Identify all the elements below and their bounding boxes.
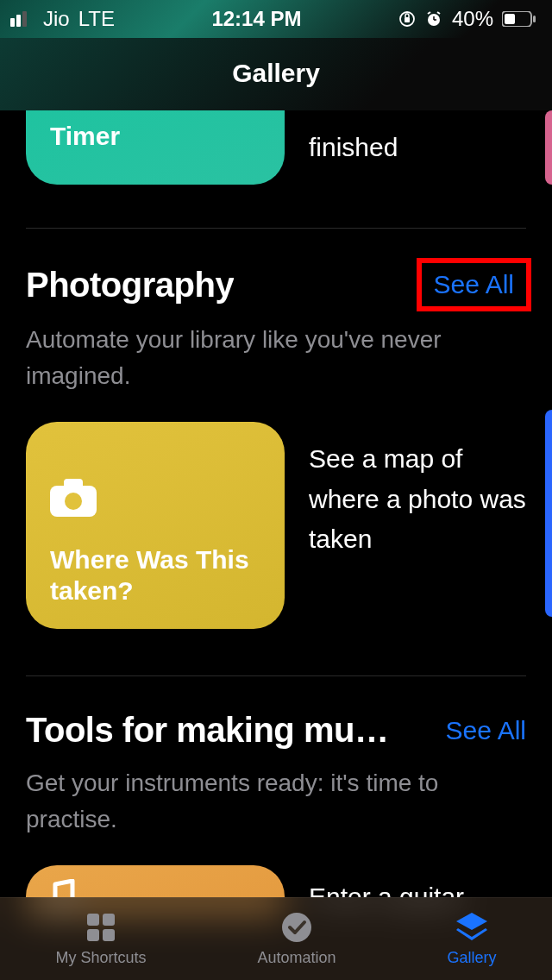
peek-card-pink[interactable] (545, 110, 552, 185)
tab-label: My Shortcuts (55, 949, 146, 967)
shortcut-card-where-was-this-taken[interactable]: Where Was This taken? (26, 422, 285, 629)
section-music-tools: Tools for making mu… See All Get your in… (26, 676, 526, 918)
alarm-icon (424, 9, 443, 28)
svg-rect-1 (16, 15, 21, 27)
orientation-lock-icon (398, 10, 416, 28)
card-title: Where Was This taken? (50, 544, 260, 606)
page-title: Gallery (0, 38, 552, 110)
peek-card-blue[interactable] (545, 410, 552, 617)
svg-rect-23 (87, 929, 99, 941)
see-all-photography[interactable]: See All (422, 263, 526, 306)
camera-icon (50, 479, 260, 520)
clock-check-icon (279, 911, 314, 944)
tab-automation[interactable]: Automation (257, 911, 336, 967)
svg-point-16 (65, 493, 82, 510)
signal-icon (10, 11, 34, 27)
svg-rect-13 (533, 16, 536, 22)
shortcut-row-top: Timer finished (26, 110, 526, 229)
svg-rect-21 (87, 914, 99, 926)
carrier-label: Jio (43, 7, 70, 31)
svg-rect-24 (103, 929, 115, 941)
status-time: 12:14 PM (211, 7, 301, 31)
svg-rect-2 (22, 11, 27, 27)
card-desc: finished (309, 128, 526, 168)
section-title-photography: Photography (26, 266, 234, 305)
svg-point-18 (74, 497, 78, 501)
tab-gallery[interactable]: Gallery (447, 911, 496, 967)
section-photography: Photography See All Automate your librar… (26, 229, 526, 676)
card-desc: See a map of where a photo was taken (309, 422, 526, 560)
status-right: 40% (398, 7, 536, 31)
status-bar: Jio LTE 12:14 PM 40% (0, 0, 552, 38)
section-subtitle-music: Get your instruments ready: it's time to… (26, 765, 526, 838)
section-subtitle-photography: Automate your library like you've never … (26, 322, 526, 394)
svg-rect-22 (103, 914, 115, 926)
network-label: LTE (78, 7, 115, 31)
tab-bar: My Shortcuts Automation Gallery (0, 897, 552, 980)
battery-icon (502, 11, 536, 27)
section-title-music: Tools for making mu… (26, 711, 388, 750)
grid-icon (84, 911, 118, 944)
tab-label: Automation (257, 949, 336, 967)
svg-rect-15 (64, 479, 83, 489)
svg-rect-0 (10, 18, 15, 27)
status-left: Jio LTE (10, 7, 115, 31)
tab-label: Gallery (447, 949, 496, 967)
battery-pct: 40% (452, 7, 493, 31)
svg-line-9 (428, 12, 430, 14)
tab-my-shortcuts[interactable]: My Shortcuts (55, 911, 146, 967)
svg-rect-5 (405, 17, 410, 22)
see-all-music[interactable]: See All (446, 716, 526, 745)
svg-line-10 (437, 12, 440, 14)
shortcut-card-timer[interactable]: Timer (26, 110, 285, 185)
svg-point-25 (282, 913, 311, 942)
card-title: Timer (50, 121, 260, 152)
shortcut-row-photography: Where Was This taken? See a map of where… (26, 422, 526, 676)
svg-rect-12 (505, 14, 515, 24)
layers-icon (455, 911, 489, 944)
